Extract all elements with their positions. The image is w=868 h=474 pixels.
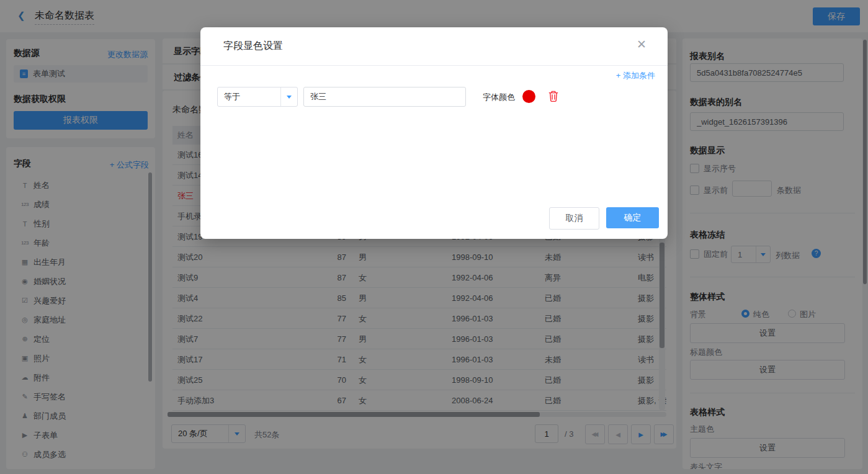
add-condition-link[interactable]: + 添加条件 <box>616 70 655 81</box>
operator-value: 等于 <box>218 91 280 102</box>
modal-divider <box>200 65 668 66</box>
condition-value-input[interactable] <box>303 87 466 107</box>
app-root: ❮ 未命名数据表 保存 数据源 更改数据源 ≡ 表单测试 数据获取权限 报表权限… <box>0 0 868 474</box>
font-color-label: 字体颜色 <box>483 92 515 103</box>
operator-select[interactable]: 等于 <box>217 87 298 107</box>
trash-icon[interactable] <box>548 90 559 104</box>
confirm-button[interactable]: 确定 <box>606 207 659 228</box>
color-swatch[interactable] <box>522 90 535 103</box>
cancel-button[interactable]: 取消 <box>549 207 599 230</box>
field-color-modal: 字段显色设置 ✕ + 添加条件 等于 字体颜色 取消 确定 <box>200 27 668 239</box>
close-icon[interactable]: ✕ <box>637 37 647 51</box>
modal-title: 字段显色设置 <box>223 40 283 53</box>
chevron-down-icon <box>281 96 297 99</box>
